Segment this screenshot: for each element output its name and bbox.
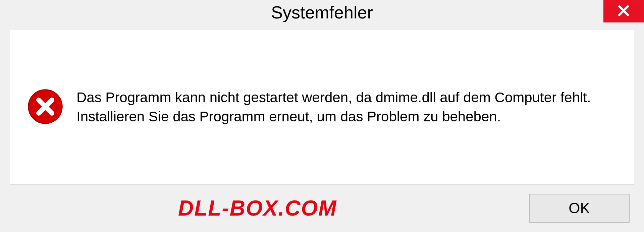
ok-button-label: OK bbox=[569, 200, 590, 217]
title-bar: Systemfehler bbox=[0, 0, 644, 26]
error-message: Das Programm kann nicht gestartet werden… bbox=[76, 88, 617, 126]
ok-button[interactable]: OK bbox=[529, 194, 630, 223]
footer-bar: DLL-BOX.COM OK bbox=[0, 185, 644, 232]
content-area: Das Programm kann nicht gestartet werden… bbox=[10, 30, 634, 185]
watermark-text: DLL-BOX.COM bbox=[178, 196, 337, 221]
close-button[interactable] bbox=[603, 0, 644, 22]
error-icon bbox=[27, 88, 64, 126]
dialog-title: Systemfehler bbox=[271, 2, 373, 22]
close-icon bbox=[617, 4, 630, 18]
error-dialog: Systemfehler Das Programm kann nicht ges… bbox=[0, 0, 644, 232]
